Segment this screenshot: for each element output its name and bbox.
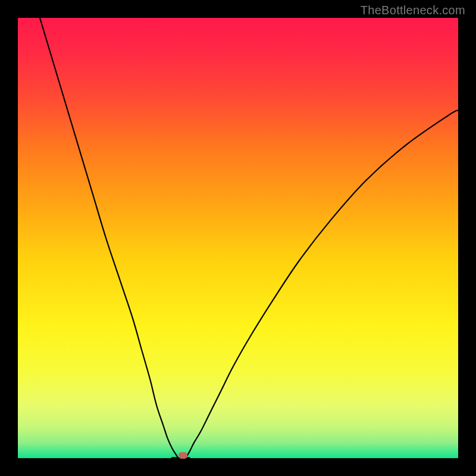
watermark-text: TheBottleneck.com (361, 4, 465, 17)
gradient-background (18, 18, 458, 458)
chart-frame: TheBottleneck.com (0, 0, 476, 476)
plot-area (18, 18, 458, 458)
plot-svg (18, 18, 458, 458)
bottleneck-marker (178, 452, 187, 459)
